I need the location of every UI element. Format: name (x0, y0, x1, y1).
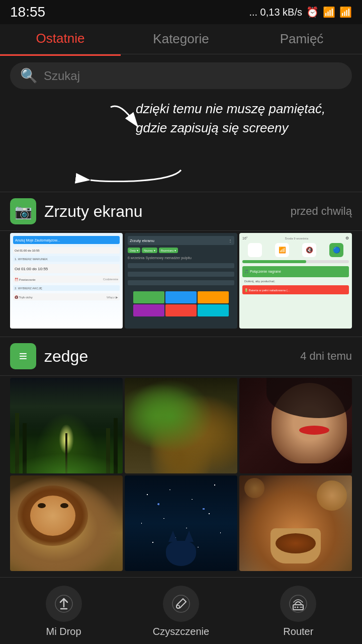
bottom-nav: Mi Drop Czyszczenie (0, 577, 362, 644)
alarm-icon: ⏰ (306, 6, 319, 18)
svg-point-4 (172, 595, 190, 612)
tab-pamiec[interactable]: Pamięć (241, 23, 362, 55)
nav-router[interactable]: Router (280, 586, 316, 637)
status-time: 18:55 (10, 4, 45, 20)
section-left-zedge: ≡ zedge (10, 343, 88, 369)
section-zrzuty: 📷 Zrzuty ekranu przed chwilą (0, 192, 362, 231)
wallpaper-forest[interactable] (10, 378, 123, 473)
wallpaper-row-2 (10, 475, 352, 571)
wallpaper-leaves[interactable] (125, 378, 237, 473)
annotation-area: dzięki temu nie muszę pamiętać, gdzie za… (10, 97, 352, 188)
status-icons: ... 0,13 kB/s ⏰ 📶 📶 (249, 6, 352, 18)
wifi-icon: 📶 (323, 6, 335, 18)
screenshot-thumbs: Anuluj Moje Zautomatyzow... Od 01:00 do … (0, 231, 362, 331)
wallpaper-stars[interactable] (125, 475, 237, 571)
tab-kategorie[interactable]: Kategorie (121, 23, 241, 55)
section-zedge: ≡ zedge 4 dni temu (0, 337, 362, 376)
nav-label-czyszczenie: Czyszczenie (153, 626, 209, 637)
wallpaper-grid (0, 376, 362, 573)
nav-label-mi-drop: Mi Drop (46, 626, 81, 637)
czyszczenie-icon (163, 586, 199, 622)
annotation-text: dzięki temu nie muszę pamiętać, gdzie za… (136, 100, 347, 137)
nav-mi-drop[interactable]: Mi Drop (46, 586, 82, 637)
section-left-zrzuty: 📷 Zrzuty ekranu (10, 198, 143, 224)
thumb-screen2[interactable]: Zrzuty ekranu ⋮ Daty ▾ Nazwy ▾ Rozmiaru … (125, 233, 237, 329)
section-time-zrzuty: przed chwilą (291, 205, 352, 218)
thumb-screen1[interactable]: Anuluj Moje Zautomatyzow... Od 01:00 do … (10, 233, 123, 329)
nav-label-router: Router (283, 626, 313, 637)
thumb-screen3[interactable]: 16° Środa 9 września ⚙ ✈ 📶 🔇 🔵 🎵 Połącze… (239, 233, 352, 329)
signal-icon: 📶 (339, 6, 352, 18)
svg-point-8 (295, 607, 296, 608)
router-icon (280, 586, 316, 622)
section-title-zedge: zedge (44, 347, 88, 366)
section-icon-zrzuty: 📷 (10, 198, 36, 224)
search-input[interactable] (44, 69, 342, 83)
wallpaper-woman[interactable] (239, 378, 352, 473)
section-icon-zedge: ≡ (10, 343, 36, 369)
nav-czyszczenie[interactable]: Czyszczenie (153, 586, 209, 637)
section-time-zedge: 4 dni temu (300, 350, 352, 363)
mi-drop-icon (46, 586, 82, 622)
section-title-zrzuty: Zrzuty ekranu (44, 202, 143, 221)
wallpaper-row-1 (10, 378, 352, 473)
speed-indicator: ... 0,13 kB/s (249, 7, 302, 18)
wallpaper-tea[interactable] (239, 475, 352, 571)
tab-bar: Ostatnie Kategorie Pamięć (0, 24, 362, 54)
wallpaper-lion[interactable] (10, 475, 123, 571)
status-bar: 18:55 ... 0,13 kB/s ⏰ 📶 📶 (0, 0, 362, 24)
svg-point-9 (297, 607, 299, 608)
search-bar: 🔍 (10, 62, 352, 89)
search-icon: 🔍 (20, 67, 38, 84)
tab-ostatnie[interactable]: Ostatnie (0, 23, 121, 56)
